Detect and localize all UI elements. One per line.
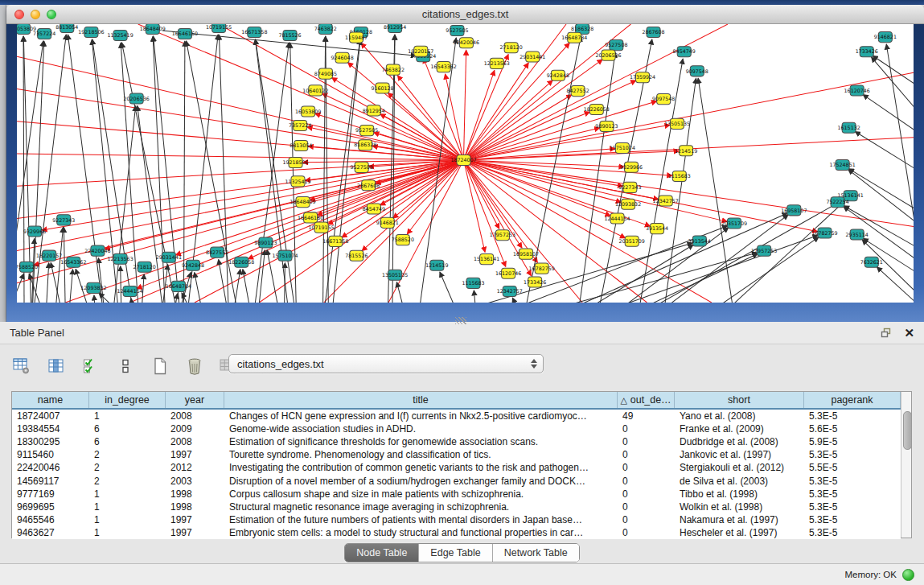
graph-node[interactable]: 7588520 <box>392 235 414 245</box>
graph-node[interactable]: 16648784 <box>561 32 587 43</box>
graph-node[interactable]: 8749085 <box>314 68 337 79</box>
tab-edge-table[interactable]: Edge Table <box>419 544 492 562</box>
table-row[interactable]: 977716911998Corpus callosum shape and si… <box>12 488 901 501</box>
graph-edge[interactable] <box>463 160 817 232</box>
graph-node[interactable]: 19218506 <box>282 157 308 167</box>
graph-edge[interactable] <box>70 270 73 303</box>
graph-node[interactable]: 1159487 <box>345 32 368 43</box>
graph-node[interactable]: 1115683 <box>668 171 691 181</box>
table-row[interactable]: 1872400712008Changes of HCN gene express… <box>12 410 901 422</box>
table-row[interactable]: 946554611997Estimation of the future num… <box>12 513 901 526</box>
graph-node[interactable]: 9227343 <box>52 215 75 225</box>
graph-edge[interactable] <box>463 112 589 160</box>
table-row[interactable]: 1456911722003Disruption of a novel membe… <box>12 474 901 487</box>
graph-node[interactable]: 1115683 <box>462 278 484 288</box>
graph-node[interactable]: 9160128 <box>371 83 393 93</box>
graph-node[interactable]: 8427552 <box>206 247 228 257</box>
graph-edge[interactable] <box>463 60 602 160</box>
graph-node[interactable]: 17957253 <box>490 230 515 241</box>
graph-node[interactable]: 17359924 <box>630 72 655 83</box>
graph-edge[interactable] <box>886 44 914 303</box>
graph-node[interactable]: 15136141 <box>474 254 499 265</box>
graph-node[interactable]: 12213563 <box>107 253 133 264</box>
graph-node[interactable]: 19218506 <box>78 27 104 38</box>
graph-edge[interactable] <box>259 250 265 303</box>
graph-node[interactable]: 16782759 <box>811 228 837 238</box>
graph-node[interactable]: 22420046 <box>454 38 479 48</box>
graph-node[interactable]: 2718120 <box>133 262 156 272</box>
graph-edge[interactable] <box>463 50 466 160</box>
graph-node[interactable]: 8454749 <box>673 47 696 57</box>
graph-edge[interactable] <box>195 273 201 303</box>
graph-node[interactable]: 17957253 <box>751 245 777 256</box>
graph-node[interactable]: 16543362 <box>431 62 457 72</box>
graph-node[interactable]: 18648409 <box>140 24 166 35</box>
citation-network-graph[interactable]: 1605380973572248813054192185061132541918… <box>17 24 914 303</box>
table-row[interactable]: 1938455462009Genome-wide association stu… <box>12 422 901 435</box>
table-row[interactable]: 1830029562008Estimation of significance … <box>12 435 901 448</box>
network-canvas[interactable]: 1605380973572248813054192185061132541918… <box>17 24 914 303</box>
new-document-button[interactable] <box>150 357 170 378</box>
graph-node[interactable]: 7632621 <box>860 257 883 267</box>
graph-node[interactable]: 20206536 <box>595 50 621 60</box>
graph-node[interactable]: 11325419 <box>107 31 133 41</box>
graph-node[interactable]: 12342757 <box>497 286 523 296</box>
graph-edge[interactable] <box>332 77 464 160</box>
graph-node[interactable]: 2718120 <box>500 43 523 53</box>
graph-edge[interactable] <box>512 298 515 303</box>
graph-node[interactable]: 10719155 <box>206 24 232 33</box>
tab-node-table[interactable]: Node Table <box>345 544 419 562</box>
graph-edge[interactable] <box>424 58 464 160</box>
graph-node[interactable]: 1214519 <box>675 146 697 156</box>
graph-edge[interactable] <box>290 43 297 303</box>
graph-edge[interactable] <box>855 132 914 169</box>
graph-edge[interactable] <box>235 270 240 303</box>
graph-node[interactable]: 12213563 <box>484 58 510 68</box>
graph-edge[interactable] <box>47 263 49 303</box>
graph-node[interactable]: 13505135 <box>664 118 690 129</box>
graph-edge[interactable] <box>285 263 285 303</box>
column-header-out_degree[interactable]: △out_de… <box>618 392 675 408</box>
graph-edge[interactable] <box>698 78 733 303</box>
show-columns-button[interactable] <box>46 357 67 378</box>
table-row[interactable]: 969969511998Structural magnetic resonanc… <box>12 501 901 513</box>
column-header-title[interactable]: title <box>224 392 618 408</box>
graph-edge[interactable] <box>256 39 294 303</box>
graph-edge[interactable] <box>99 293 113 303</box>
graph-node[interactable]: 16671358 <box>322 236 348 246</box>
graph-edge[interactable] <box>440 272 454 303</box>
float-panel-icon[interactable] <box>881 328 893 338</box>
graph-node[interactable]: 7357224 <box>33 29 55 39</box>
graph-node[interactable]: 16053809 <box>295 106 321 117</box>
graph-node[interactable]: 9527508 <box>605 40 627 51</box>
graph-edge[interactable] <box>474 290 475 303</box>
graph-node[interactable]: 1214519 <box>425 260 448 270</box>
graph-edge[interactable] <box>732 200 845 303</box>
graph-node[interactable]: 29031441 <box>156 252 182 262</box>
graph-node[interactable]: 29031441 <box>519 51 545 62</box>
graph-node[interactable]: 7463822 <box>314 24 337 35</box>
graph-node[interactable]: 16120746 <box>844 85 870 96</box>
graph-node[interactable]: 13505135 <box>382 270 408 280</box>
graph-node[interactable]: 8186328 <box>354 140 376 150</box>
graph-node[interactable]: 8813054 <box>290 140 312 150</box>
table-row[interactable]: 2242004622012Investigating the contribut… <box>12 461 901 474</box>
graph-edge[interactable] <box>56 227 64 303</box>
delete-button[interactable] <box>184 357 205 378</box>
graph-edge[interactable] <box>219 260 227 303</box>
select-rows-button[interactable] <box>80 357 101 378</box>
graph-node[interactable]: 7588520 <box>17 262 38 272</box>
graph-node[interactable]: 9246048 <box>331 52 353 63</box>
graph-edge[interactable] <box>463 160 610 216</box>
column-header-year[interactable]: year <box>166 392 224 408</box>
graph-edge[interactable] <box>131 299 132 303</box>
graph-node[interactable]: 9146821 <box>874 32 897 43</box>
graph-node[interactable]: 9329966 <box>620 162 643 172</box>
graph-node[interactable]: 7463822 <box>382 64 405 75</box>
graph-node[interactable]: 20351709 <box>619 236 645 246</box>
graph-node[interactable]: 9890123 <box>595 121 618 131</box>
graph-node[interactable]: 3913544 <box>646 224 668 234</box>
column-header-name[interactable]: name <box>12 392 89 408</box>
graph-node[interactable]: 22420046 <box>84 245 110 256</box>
graph-edge[interactable] <box>463 95 571 160</box>
